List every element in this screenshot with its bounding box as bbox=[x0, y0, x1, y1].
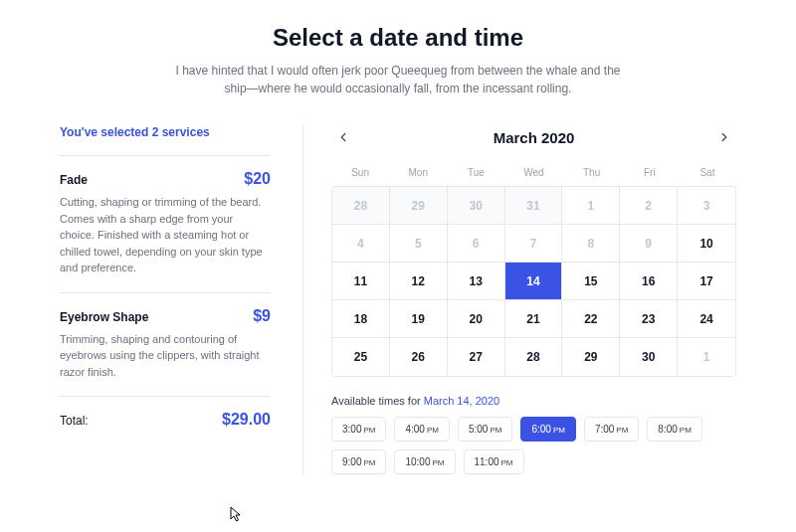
calendar-day[interactable]: 8 bbox=[562, 225, 620, 263]
calendar-day: 29 bbox=[390, 187, 448, 225]
time-slot[interactable]: 6:00 PM bbox=[520, 417, 575, 442]
next-month-button[interactable] bbox=[712, 125, 736, 149]
calendar-day[interactable]: 29 bbox=[562, 338, 620, 376]
calendar-day[interactable]: 24 bbox=[678, 300, 735, 338]
calendar-day[interactable]: 1 bbox=[678, 338, 735, 376]
calendar-day: 28 bbox=[332, 187, 390, 225]
calendar-day[interactable]: 23 bbox=[620, 300, 678, 338]
calendar-dow: Sun bbox=[331, 161, 389, 186]
summary-panel: You've selected 2 services Fade $20 Cutt… bbox=[60, 125, 271, 474]
calendar-day[interactable]: 27 bbox=[448, 338, 505, 376]
cursor-icon bbox=[230, 506, 246, 524]
service-price: $9 bbox=[253, 307, 271, 325]
calendar-month-label: March 2020 bbox=[494, 129, 575, 146]
calendar-day[interactable]: 25 bbox=[332, 338, 390, 376]
calendar-day[interactable]: 7 bbox=[505, 225, 563, 263]
calendar-dow: Sat bbox=[679, 161, 736, 186]
time-slot[interactable]: 9:00 PM bbox=[331, 449, 386, 474]
calendar-day[interactable]: 22 bbox=[562, 300, 620, 338]
calendar-day[interactable]: 12 bbox=[390, 263, 448, 300]
chevron-left-icon bbox=[336, 130, 350, 144]
total-row: Total: $29.00 bbox=[60, 396, 271, 429]
time-slot[interactable]: 7:00 PM bbox=[584, 417, 639, 442]
calendar-day[interactable]: 21 bbox=[505, 300, 563, 338]
total-label: Total: bbox=[60, 414, 89, 428]
calendar-day[interactable]: 6 bbox=[448, 225, 505, 263]
service-description: Trimming, shaping and contouring of eyeb… bbox=[60, 331, 271, 381]
available-times-label: Available times for March 14, 2020 bbox=[331, 395, 736, 407]
calendar-dow: Wed bbox=[504, 161, 562, 186]
calendar-day[interactable]: 9 bbox=[620, 225, 678, 263]
calendar-day[interactable]: 2 bbox=[620, 187, 678, 225]
calendar-day[interactable]: 28 bbox=[505, 338, 563, 376]
calendar-day[interactable]: 13 bbox=[448, 263, 505, 300]
calendar-day[interactable]: 4 bbox=[332, 225, 390, 263]
chevron-right-icon bbox=[717, 130, 731, 144]
calendar-day[interactable]: 26 bbox=[390, 338, 448, 376]
time-slot[interactable]: 10:00 PM bbox=[394, 449, 455, 474]
available-date: March 14, 2020 bbox=[424, 395, 499, 407]
calendar-day[interactable]: 18 bbox=[332, 300, 390, 338]
service-name: Fade bbox=[60, 173, 88, 187]
calendar-day[interactable]: 17 bbox=[678, 263, 735, 300]
calendar-dow: Tue bbox=[447, 161, 504, 186]
calendar-panel: March 2020 SunMonTueWedThuFriSat 2829303… bbox=[302, 125, 736, 474]
service-item: Fade $20 Cutting, shaping or trimming of… bbox=[60, 155, 271, 292]
calendar-dow: Thu bbox=[563, 161, 621, 186]
calendar-day[interactable]: 3 bbox=[678, 187, 735, 225]
calendar-day: 31 bbox=[505, 187, 563, 225]
time-slot[interactable]: 5:00 PM bbox=[458, 417, 512, 442]
page-title: Select a date and time bbox=[60, 24, 736, 52]
calendar-day[interactable]: 10 bbox=[678, 225, 735, 263]
total-value: $29.00 bbox=[222, 411, 271, 429]
calendar-day[interactable]: 5 bbox=[390, 225, 448, 263]
selected-services-heading: You've selected 2 services bbox=[60, 125, 271, 139]
service-price: $20 bbox=[244, 170, 271, 188]
time-slot[interactable]: 11:00 PM bbox=[464, 449, 524, 474]
service-item: Eyebrow Shape $9 Trimming, shaping and c… bbox=[60, 292, 271, 397]
calendar-dow: Mon bbox=[389, 161, 447, 186]
time-slot[interactable]: 3:00 PM bbox=[331, 417, 386, 442]
page-subtitle: I have hinted that I would often jerk po… bbox=[169, 62, 627, 97]
calendar-day[interactable]: 19 bbox=[390, 300, 448, 338]
service-description: Cutting, shaping or trimming of the bear… bbox=[60, 194, 271, 276]
service-name: Eyebrow Shape bbox=[60, 310, 148, 324]
calendar-day[interactable]: 11 bbox=[332, 263, 390, 300]
calendar-dow: Fri bbox=[621, 161, 679, 186]
calendar-day[interactable]: 1 bbox=[562, 187, 620, 225]
calendar-day[interactable]: 30 bbox=[620, 338, 678, 376]
calendar-day[interactable]: 15 bbox=[562, 263, 620, 300]
time-slot[interactable]: 8:00 PM bbox=[647, 417, 701, 442]
prev-month-button[interactable] bbox=[331, 125, 355, 149]
calendar-day[interactable]: 16 bbox=[620, 263, 678, 300]
calendar-day[interactable]: 20 bbox=[448, 300, 505, 338]
calendar-day: 30 bbox=[448, 187, 505, 225]
calendar-day[interactable]: 14 bbox=[505, 263, 563, 300]
time-slot[interactable]: 4:00 PM bbox=[394, 417, 449, 442]
